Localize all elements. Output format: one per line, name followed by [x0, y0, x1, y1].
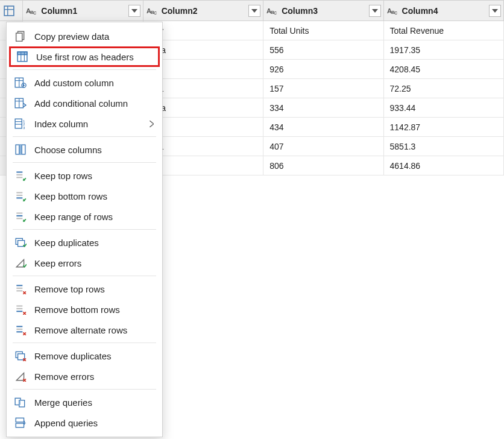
- menu-label: Index column: [34, 119, 142, 129]
- menu-keep-range-rows[interactable]: Keep range of rows: [7, 206, 162, 227]
- menu-copy-preview[interactable]: Copy preview data: [7, 26, 162, 46]
- column-label: Column3: [282, 6, 366, 16]
- menu-label: Keep bottom rows: [34, 191, 154, 201]
- svg-rect-64: [16, 423, 24, 428]
- menu-separator: [13, 389, 156, 390]
- menu-label: Append queries: [34, 418, 154, 428]
- menu-separator: [13, 276, 156, 276]
- cell[interactable]: 407: [263, 137, 383, 156]
- cell[interactable]: 933.44: [383, 98, 503, 118]
- column-filter-button[interactable]: [369, 5, 381, 17]
- table-context-menu: Copy preview data Use first row as heade…: [6, 22, 163, 437]
- menu-label: Merge queries: [34, 397, 154, 408]
- menu-label: Remove alternate rows: [34, 325, 154, 335]
- cell[interactable]: 4208.45: [383, 60, 503, 79]
- keep-duplicates-icon: [14, 236, 27, 249]
- svg-rect-0: [4, 6, 14, 16]
- copy-icon: [14, 30, 27, 43]
- menu-label: Keep errors: [34, 258, 154, 268]
- menu-keep-errors[interactable]: Keep errors: [7, 253, 162, 273]
- svg-text:C: C: [274, 11, 277, 15]
- menu-label: Copy preview data: [34, 31, 154, 42]
- menu-label: Remove top rows: [34, 284, 154, 294]
- keep-bottom-icon: [14, 189, 27, 203]
- menu-label: Keep range of rows: [34, 212, 154, 222]
- column-header-4[interactable]: ABC Column4: [383, 1, 503, 21]
- menu-label: Keep duplicates: [34, 238, 154, 248]
- svg-rect-18: [17, 52, 27, 55]
- menu-keep-bottom-rows[interactable]: Keep bottom rows: [7, 186, 162, 206]
- keep-errors-icon: [14, 256, 27, 270]
- menu-keep-top-rows[interactable]: Keep top rows: [7, 165, 162, 186]
- menu-add-conditional-column[interactable]: Add conditional column: [7, 93, 162, 113]
- type-text-icon: ABC: [266, 5, 279, 17]
- menu-separator: [13, 343, 156, 343]
- svg-rect-62: [19, 400, 20, 405]
- chevron-right-icon: [150, 121, 154, 127]
- menu-remove-alternate-rows[interactable]: Remove alternate rows: [7, 320, 162, 340]
- menu-remove-duplicates[interactable]: Remove duplicates: [7, 346, 162, 366]
- column-label: Column4: [402, 6, 487, 16]
- svg-rect-63: [16, 418, 24, 422]
- menu-label: Remove bottom rows: [34, 305, 154, 315]
- column-header-2[interactable]: ABC Column2: [143, 1, 263, 21]
- column-filter-button[interactable]: [489, 5, 501, 17]
- menu-choose-columns[interactable]: Choose columns: [7, 139, 162, 160]
- menu-index-column[interactable]: 123 Index column: [7, 113, 162, 134]
- cell[interactable]: 434: [263, 118, 383, 137]
- cell[interactable]: Total Revenue: [383, 21, 503, 40]
- conditional-column-icon: [14, 96, 27, 110]
- custom-column-icon: [14, 76, 27, 89]
- menu-append-queries[interactable]: Append queries: [7, 412, 162, 433]
- svg-text:3: 3: [23, 125, 25, 129]
- cell[interactable]: 1142.87: [383, 118, 503, 137]
- menu-separator: [13, 229, 156, 230]
- menu-label: Add custom column: [34, 78, 154, 88]
- menu-keep-duplicates[interactable]: Keep duplicates: [7, 232, 162, 253]
- type-text-icon: ABC: [146, 5, 159, 17]
- cell[interactable]: 4614.86: [383, 156, 503, 175]
- menu-remove-top-rows[interactable]: Remove top rows: [7, 279, 162, 299]
- menu-add-custom-column[interactable]: Add custom column: [7, 72, 162, 93]
- column-label: Column2: [162, 6, 246, 16]
- remove-top-icon: [14, 282, 27, 295]
- remove-duplicates-icon: [14, 349, 27, 362]
- remove-errors-icon: [14, 370, 27, 383]
- column-filter-button[interactable]: [128, 5, 140, 17]
- keep-range-icon: [14, 210, 27, 223]
- cell[interactable]: 806: [263, 156, 383, 175]
- remove-bottom-icon: [14, 303, 27, 316]
- svg-text:C: C: [394, 11, 397, 15]
- menu-label: Use first row as headers: [36, 52, 152, 62]
- menu-merge-queries[interactable]: Merge queries: [7, 392, 162, 412]
- cell[interactable]: 157: [263, 79, 383, 98]
- menu-use-first-row-as-headers[interactable]: Use first row as headers: [9, 46, 160, 67]
- menu-label: Choose columns: [34, 145, 154, 155]
- menu-remove-errors[interactable]: Remove errors: [7, 366, 162, 387]
- menu-remove-bottom-rows[interactable]: Remove bottom rows: [7, 299, 162, 320]
- cell[interactable]: 556: [263, 40, 383, 60]
- column-header-3[interactable]: ABC Column3: [263, 1, 383, 21]
- column-filter-button[interactable]: [248, 5, 260, 17]
- svg-rect-28: [15, 119, 22, 128]
- column-header-1[interactable]: ABC Column1: [23, 1, 143, 21]
- svg-text:C: C: [154, 11, 157, 15]
- cell[interactable]: 72.25: [383, 79, 503, 98]
- menu-label: Remove duplicates: [34, 351, 154, 361]
- svg-rect-35: [19, 145, 22, 154]
- menu-separator: [13, 162, 156, 163]
- cell[interactable]: 334: [263, 98, 383, 118]
- keep-top-icon: [14, 169, 27, 182]
- cell[interactable]: 926: [263, 60, 383, 79]
- svg-rect-16: [16, 33, 22, 42]
- cell[interactable]: 5851.3: [383, 137, 503, 156]
- headers-icon: [16, 50, 29, 63]
- append-icon: [14, 416, 27, 429]
- remove-alternate-icon: [14, 323, 27, 336]
- table-corner[interactable]: [0, 1, 23, 21]
- menu-label: Keep top rows: [34, 171, 154, 181]
- menu-label: Add conditional column: [34, 98, 154, 109]
- column-label: Column1: [41, 6, 125, 16]
- cell[interactable]: Total Units: [263, 21, 383, 40]
- cell[interactable]: 1917.35: [383, 40, 503, 60]
